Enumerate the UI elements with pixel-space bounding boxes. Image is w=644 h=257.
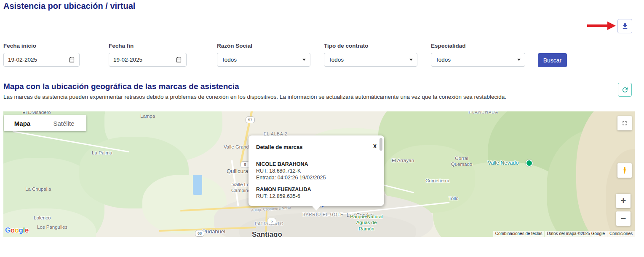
fecha-fin-input[interactable]: 19-02-2025 <box>109 53 187 67</box>
infowindow-title: Detalle de marcas <box>256 144 303 150</box>
chevron-down-icon <box>517 59 521 61</box>
calendar-icon <box>69 57 75 63</box>
map-label-valle-nevado: Valle Nevado <box>488 160 518 166</box>
buscar-button[interactable]: Buscar <box>538 53 567 67</box>
map-label: PLANCHADA <box>469 111 498 114</box>
zoom-in-button[interactable]: + <box>616 194 631 208</box>
refresh-icon <box>621 86 629 94</box>
fullscreen-icon <box>621 120 628 127</box>
filter-especialidad: Especialidad Todos <box>431 43 525 67</box>
pegman-icon <box>621 166 628 175</box>
map-canvas[interactable]: El Divisadero Lampa PLANCHADA EL ALBA 2 … <box>3 111 635 237</box>
map-label: Pudahuel <box>202 228 225 235</box>
fecha-inicio-value: 19-02-2025 <box>8 57 37 63</box>
page-title: Asistencia por ubicación / virtual <box>3 0 135 12</box>
fecha-inicio-label: Fecha inicio <box>3 43 80 49</box>
map-water <box>193 175 202 195</box>
razon-social-select[interactable]: Todos <box>217 53 310 67</box>
logo-letter: g <box>19 226 23 234</box>
maptype-map-button[interactable]: Mapa <box>4 115 41 131</box>
keyboard-shortcuts-link[interactable]: Combinaciones de teclas <box>493 231 545 237</box>
mark-name: NICOLE BARAHONA <box>256 161 377 167</box>
fecha-fin-value: 19-02-2025 <box>113 57 142 63</box>
attendance-page: Asistencia por ubicación / virtual Fecha… <box>0 0 644 257</box>
map-label-santiago: Santiago <box>252 230 282 237</box>
razon-social-value: Todos <box>222 57 237 63</box>
chevron-down-icon <box>409 59 413 61</box>
download-button[interactable] <box>617 19 632 33</box>
especialidad-select[interactable]: Todos <box>431 53 525 67</box>
mark-entry: NICOLE BARAHONA RUT: 18.680.712-K Entrad… <box>256 161 377 181</box>
tipo-contrato-label: Tipo de contrato <box>324 43 417 49</box>
filter-tipo-contrato: Tipo de contrato Todos <box>324 43 417 67</box>
map-label-park: Parque Natural Aguas de Ramón <box>348 214 385 232</box>
map-label: Valle Grande <box>224 144 251 149</box>
map-label: BARRIO EL GOLF <box>302 212 343 217</box>
logo-letter: G <box>5 226 11 234</box>
maptype-satellite-button[interactable]: Satélite <box>41 115 86 131</box>
logo-letter: o <box>15 226 19 234</box>
infowindow-close-icon[interactable]: X <box>373 144 377 149</box>
zoom-out-button[interactable]: − <box>616 211 631 226</box>
map-attribution: Combinaciones de teclas Datos del mapa ©… <box>493 231 635 237</box>
razon-social-label: Razón Social <box>217 43 310 49</box>
calendar-icon <box>176 57 182 63</box>
map-label: El Arrayan <box>392 158 414 163</box>
map-label: Quilicura <box>227 168 248 174</box>
mark-entry-time: Entrada: 04:02:26 19/02/2025 <box>256 175 377 181</box>
map-section-description: Las marcas de asistencia pueden experime… <box>3 94 614 100</box>
mark-entry: RAMON FUENZALIDA RUT: 12.859.635-6 <box>256 187 377 199</box>
map-label: Corral Quemado <box>449 155 474 168</box>
fullscreen-button[interactable] <box>617 116 632 130</box>
map-label: Lampa <box>140 114 155 119</box>
marks-infowindow: Detalle de marcas X NICOLE BARAHONA RUT:… <box>249 135 384 206</box>
infowindow-tip <box>312 206 321 211</box>
minus-icon: − <box>621 214 626 223</box>
chevron-down-icon <box>302 59 306 61</box>
map-label: La Palma <box>92 150 112 155</box>
logo-letter: o <box>11 226 15 234</box>
fecha-inicio-input[interactable]: 19-02-2025 <box>3 53 80 67</box>
fecha-fin-label: Fecha fin <box>109 43 187 49</box>
map-label: Tollo <box>449 196 459 201</box>
mark-name: RAMON FUENZALIDA <box>256 187 377 192</box>
tipo-contrato-select[interactable]: Todos <box>324 53 417 67</box>
especialidad-label: Especialidad <box>431 43 525 49</box>
filter-fecha-inicio: Fecha inicio 19-02-2025 <box>3 43 80 67</box>
download-icon <box>621 22 629 30</box>
poi-marker-valle-nevado[interactable] <box>526 160 533 167</box>
map-label: La Chupalla <box>25 187 51 192</box>
infowindow-divider <box>256 156 377 156</box>
google-logo[interactable]: Google <box>5 226 29 235</box>
map-section-title: Mapa con la ubicación geográfica de las … <box>3 82 239 91</box>
filter-fecha-fin: Fecha fin 19-02-2025 <box>109 43 187 67</box>
route-shield: 5 <box>267 218 276 225</box>
map-label: Cometierra <box>425 178 449 183</box>
annotation-arrow-icon <box>586 21 617 31</box>
pegman-streetview-button[interactable] <box>617 163 632 178</box>
tipo-contrato-value: Todos <box>329 57 344 63</box>
refresh-button[interactable] <box>618 83 632 97</box>
maptype-control: Mapa Satélite <box>4 115 86 131</box>
plus-icon: + <box>621 196 626 206</box>
especialidad-value: Todos <box>436 57 451 63</box>
map-data-text: Datos del mapa ©2025 Google <box>545 231 607 237</box>
route-shield: 68 <box>195 230 204 237</box>
terms-link[interactable]: Condiciones <box>607 231 635 237</box>
route-shield: 57 <box>246 116 255 123</box>
logo-letter: e <box>25 226 29 234</box>
mark-rut: RUT: 12.859.635-6 <box>256 193 377 199</box>
map-label: Lolenco <box>34 215 51 220</box>
map-label: Los Panguiles <box>37 225 67 230</box>
infowindow-scrollbar[interactable] <box>379 138 382 151</box>
map-label: El Divisadero <box>22 111 51 115</box>
filter-razon-social: Razón Social Todos <box>217 43 310 67</box>
mark-rut: RUT: 18.680.712-K <box>256 168 377 174</box>
